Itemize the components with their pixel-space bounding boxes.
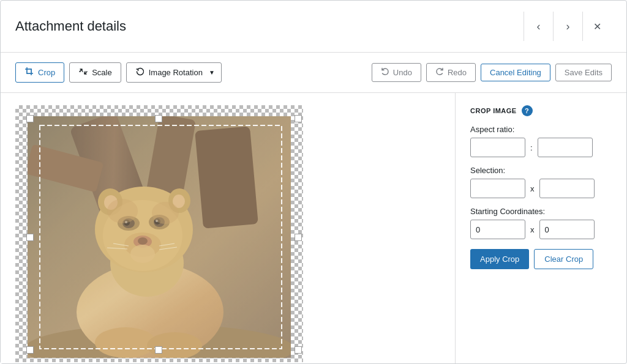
redo-icon [435,67,444,78]
save-edits-button[interactable]: Save Edits [555,64,612,81]
image-rotation-label: Image Rotation [149,68,203,77]
coord-y-input[interactable] [539,220,595,239]
clear-crop-label: Clear Crop [544,254,583,264]
modal-nav: ‹ › ✕ [524,12,612,41]
undo-button[interactable]: Undo [372,63,421,82]
crop-handle-top-center[interactable] [155,115,162,122]
cancel-editing-label: Cancel Editing [490,68,541,77]
crop-image-label: CROP IMAGE [470,107,517,114]
selection-group: Selection: x [470,166,612,198]
scale-label: Scale [92,68,112,77]
modal-container: Attachment details ‹ › ✕ Crop [0,0,627,364]
cancel-editing-button[interactable]: Cancel Editing [481,64,550,81]
crop-actions: Apply Crop Clear Crop [470,249,612,269]
aspect-ratio-row: : [470,138,612,157]
main-content: CROP IMAGE ? Aspect ratio: : Selection: [1,93,626,363]
crop-handle-bottom-right[interactable] [295,346,302,354]
chevron-left-icon: ‹ [537,20,541,33]
image-area [1,93,455,363]
crop-handle-bottom-left[interactable] [26,346,34,354]
selection-sep: x [530,184,535,193]
toolbar: Crop Scale Image Rotation ▼ [1,53,626,93]
aspect-ratio-sep: : [530,143,533,152]
next-button[interactable]: › [553,12,582,41]
selection-row: x [470,179,612,198]
aspect-ratio-group: Aspect ratio: : [470,125,612,157]
modal-title: Attachment details [15,18,126,34]
modal-header: Attachment details ‹ › ✕ [1,1,626,53]
crop-sidebar: CROP IMAGE ? Aspect ratio: : Selection: [455,93,626,363]
save-edits-label: Save Edits [565,68,603,77]
crop-image-title: CROP IMAGE ? [470,105,612,116]
crop-handle-top-right[interactable] [295,115,302,122]
rotate-icon [135,67,145,78]
clear-crop-button[interactable]: Clear Crop [534,249,593,269]
crop-outer [15,105,303,362]
image-rotation-button[interactable]: Image Rotation ▼ [126,62,222,83]
close-icon: ✕ [593,21,601,32]
chevron-right-icon: › [566,20,570,33]
starting-coords-group: Starting Coordinates: x [470,207,612,239]
prev-button[interactable]: ‹ [524,12,553,41]
crop-icon [24,67,34,78]
crop-handle-top-left[interactable] [26,115,34,122]
undo-icon [381,67,389,78]
crop-label: Crop [38,68,55,77]
apply-crop-button[interactable]: Apply Crop [470,249,529,269]
help-icon[interactable]: ? [522,105,533,116]
crop-handle-left-center[interactable] [26,234,34,241]
aspect-ratio-width-input[interactable] [470,138,525,157]
coord-x-input[interactable] [470,220,525,239]
close-button[interactable]: ✕ [582,12,612,41]
lion-photo[interactable] [28,116,291,358]
starting-coords-row: x [470,220,612,239]
selection-label: Selection: [470,166,612,175]
aspect-ratio-height-input[interactable] [538,138,593,157]
starting-coords-label: Starting Coordinates: [470,207,612,216]
crop-handle-right-center[interactable] [295,234,302,241]
apply-crop-label: Apply Crop [480,254,519,264]
redo-label: Redo [448,68,467,77]
crop-handle-bottom-center[interactable] [155,346,162,354]
selection-height-input[interactable] [539,179,595,198]
selection-width-input[interactable] [470,179,525,198]
redo-button[interactable]: Redo [426,63,476,82]
dropdown-arrow-icon: ▼ [209,69,215,76]
undo-label: Undo [393,68,412,77]
aspect-ratio-label: Aspect ratio: [470,125,612,134]
crop-button[interactable]: Crop [15,62,64,83]
coords-sep: x [530,225,535,234]
scale-button[interactable]: Scale [69,62,121,83]
svg-rect-35 [28,116,291,358]
scale-icon [78,67,88,78]
